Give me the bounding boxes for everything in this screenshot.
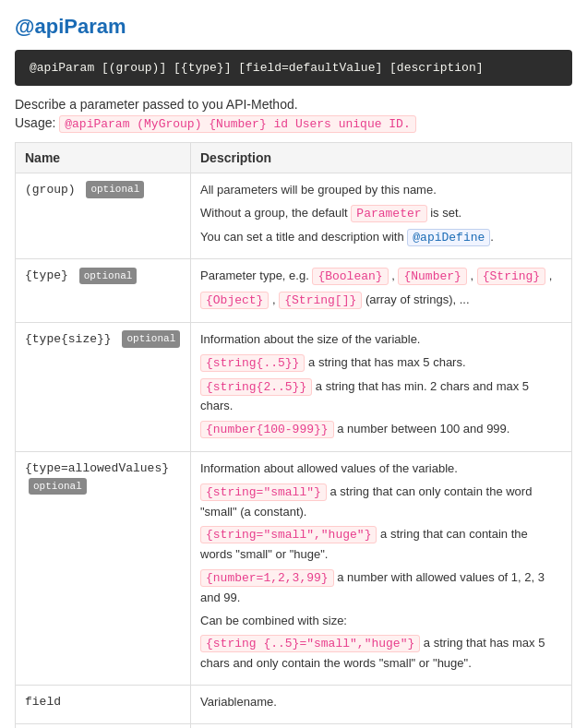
desc-paragraph: {number{100-999}} a number between 100 a… [200,420,562,440]
desc-paragraph: {string{..5}} a string that has max 5 ch… [200,353,562,374]
param-name: {type} [25,269,68,282]
desc-paragraph: {number=1,2,3,99} a number with allowed … [200,568,562,608]
inline-code-pink: {string{..5}} [200,354,305,372]
table-row: {type=allowedValues}optionalInformation … [16,451,572,685]
desc-cell: Information about allowed values of the … [191,451,572,685]
inline-code-pink: {string {..5}="small","huge"} [200,635,420,652]
name-cell: field [16,685,191,723]
name-cell: {type=allowedValues}optional [16,451,191,685]
col-header-desc: Description [191,143,572,173]
desc-cell: Variablename. [191,685,572,723]
desc-paragraph: Can be combined with size: [200,612,562,631]
name-cell: [field] [16,723,191,728]
desc-paragraph: Variablename. [200,693,562,712]
table-row: {type{size}} optionalInformation about t… [16,322,572,451]
desc-paragraph: {Object} , {String[]} (array of strings)… [200,291,562,311]
param-name: {type=allowedValues} [25,461,169,475]
param-name: field [25,695,61,709]
page-title: @apiParam [15,15,572,39]
inline-code-pink: {number=1,2,3,99} [200,569,334,587]
desc-paragraph: Information about allowed values of the … [200,459,562,479]
desc-cell: Information about the size of the variab… [191,322,572,451]
table-row: {type} optionalParameter type, e.g. {Boo… [16,259,572,323]
inline-code-pink: {string="small"} [200,483,327,501]
desc-paragraph: {string="small"} a string that can only … [200,483,562,522]
inline-code-pink: {String[]} [279,292,362,309]
inline-code-blue: @apiDefine [407,229,490,246]
inline-code-pink: {Boolean} [312,268,388,285]
usage-code: @apiParam (MyGroup) {Number} id Users un… [59,115,415,133]
usage-line: Usage: @apiParam (MyGroup) {Number} id U… [15,115,572,131]
table-row: [field]Fieldname with brackets define th… [16,723,572,728]
desc-paragraph: {string {..5}="small","huge"} a string t… [200,634,562,674]
optional-badge: optional [79,268,138,285]
inline-code-pink: {Object} [200,292,269,309]
table-row: (group) optionalAll parameters will be g… [16,173,572,259]
name-cell: (group) optional [16,173,191,259]
desc-paragraph: Parameter type, e.g. {Boolean} , {Number… [200,267,562,287]
desc-paragraph: All parameters will be grouped by this n… [200,181,562,200]
inline-code-pink: {Number} [398,268,466,285]
name-cell: {type} optional [16,259,191,323]
syntax-box: @apiParam [(group)] [{type}] [field=defa… [15,50,572,86]
optional-badge: optional [29,478,87,495]
usage-label: Usage: [15,115,55,130]
inline-code-pink: {string{2..5}} [200,378,312,396]
syntax-text: @apiParam [(group)] [{type}] [field=defa… [30,61,483,75]
desc-paragraph: {string{2..5}} a string that has min. 2 … [200,377,562,417]
desc-cell: Parameter type, e.g. {Boolean} , {Number… [191,259,572,323]
inline-code-pink: {string="small","huge"} [200,526,377,543]
desc-paragraph: You can set a title and description with… [200,228,562,248]
desc-paragraph: Without a group, the default Parameter i… [200,204,562,224]
table-row: fieldVariablename. [16,685,572,723]
desc-cell: All parameters will be grouped by this n… [191,173,572,259]
desc-cell: Fieldname with brackets define the Varia… [191,723,572,728]
optional-badge: optional [86,181,144,198]
name-cell: {type{size}} optional [16,322,191,451]
desc-paragraph: {string="small","huge"} a string that ca… [200,525,562,565]
inline-code-pink: {String} [477,268,545,285]
param-name: (group) [25,183,76,197]
params-table: Name Description (group) optionalAll par… [15,142,572,728]
inline-code-pink: {number{100-999}} [200,421,334,438]
param-name: {type{size}} [25,332,112,346]
optional-badge: optional [122,330,180,348]
description-text: Describe a parameter passed to you API-M… [15,97,572,112]
desc-paragraph: Information about the size of the variab… [200,330,562,350]
inline-code-pink: Parameter [351,205,426,222]
col-header-name: Name [16,143,191,173]
